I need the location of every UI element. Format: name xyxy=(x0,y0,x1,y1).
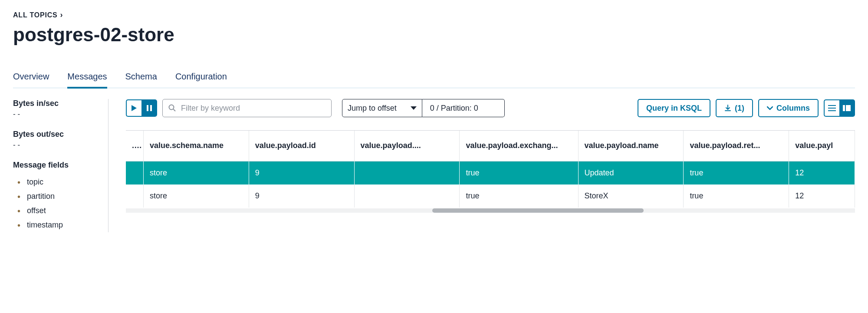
column-view-button[interactable] xyxy=(839,99,855,117)
pause-button[interactable] xyxy=(141,99,157,117)
toolbar: Jump to offset 0 / Partition: 0 Query in… xyxy=(126,99,855,117)
play-button[interactable] xyxy=(126,99,141,117)
cell xyxy=(354,185,460,208)
dropdown-label: Jump to offset xyxy=(348,104,397,113)
messages-table: ... value.schema.name value.payload.id v… xyxy=(126,131,855,208)
col-payload-exchange[interactable]: value.payload.exchang... xyxy=(460,131,578,161)
chevron-down-icon xyxy=(767,106,773,110)
list-view-button[interactable] xyxy=(824,99,839,117)
cell xyxy=(354,161,460,185)
cell: Updated xyxy=(578,161,684,185)
breadcrumb[interactable]: ALL TOPICS › xyxy=(13,10,855,20)
message-fields-list: topic partition offset timestamp xyxy=(13,175,95,232)
field-item-topic[interactable]: topic xyxy=(17,175,95,189)
columns-button[interactable]: Columns xyxy=(758,99,819,117)
col-payload-ret[interactable]: value.payload.ret... xyxy=(684,131,789,161)
field-item-partition[interactable]: partition xyxy=(17,189,95,204)
message-fields-title: Message fields xyxy=(13,161,95,170)
stat-bytes-out: Bytes out/sec - - xyxy=(13,130,95,149)
tabs: Overview Messages Schema Configuration xyxy=(13,72,855,89)
col-expand[interactable]: ... xyxy=(126,131,143,161)
svg-marker-0 xyxy=(132,105,137,111)
cell: 9 xyxy=(249,161,354,185)
sidebar: Bytes in/sec - - Bytes out/sec - - Messa… xyxy=(13,99,108,232)
svg-rect-1 xyxy=(147,105,148,111)
stat-bytes-in: Bytes in/sec - - xyxy=(13,99,95,119)
horizontal-scrollbar[interactable] xyxy=(126,208,855,213)
chevron-right-icon: › xyxy=(60,10,63,20)
cell: 12 xyxy=(789,161,855,185)
jump-to-offset-dropdown[interactable]: Jump to offset xyxy=(342,99,422,117)
view-toggle-group xyxy=(824,99,855,117)
svg-marker-5 xyxy=(411,106,417,110)
columns-label: Columns xyxy=(776,104,810,113)
jump-offset-group: Jump to offset 0 / Partition: 0 xyxy=(342,99,505,117)
tab-configuration[interactable]: Configuration xyxy=(175,72,227,89)
play-icon xyxy=(132,105,137,111)
button-label: Query in KSQL xyxy=(646,104,702,113)
download-count: (1) xyxy=(735,104,744,113)
page-title: postgres-02-store xyxy=(13,24,855,46)
cell xyxy=(126,185,143,208)
col-payload-trunc[interactable]: value.payload.... xyxy=(354,131,460,161)
svg-rect-9 xyxy=(843,105,845,111)
messages-table-wrap: ... value.schema.name value.payload.id v… xyxy=(126,130,855,213)
tab-messages[interactable]: Messages xyxy=(67,72,107,89)
col-schema-name[interactable]: value.schema.name xyxy=(143,131,249,161)
caret-down-icon xyxy=(411,106,417,110)
download-button[interactable]: (1) xyxy=(716,99,753,117)
pause-icon xyxy=(147,105,152,111)
cell: true xyxy=(460,185,578,208)
cell: true xyxy=(684,161,789,185)
stat-label: Bytes out/sec xyxy=(13,130,95,139)
cell xyxy=(126,161,143,185)
stat-value: - - xyxy=(13,141,95,149)
table-row[interactable]: store 9 true StoreX true 12 xyxy=(126,185,855,208)
stat-value: - - xyxy=(13,110,95,119)
col-payload-id[interactable]: value.payload.id xyxy=(249,131,354,161)
cell: StoreX xyxy=(578,185,684,208)
tab-schema[interactable]: Schema xyxy=(125,72,157,89)
play-pause-group xyxy=(126,99,157,117)
tab-overview[interactable]: Overview xyxy=(13,72,49,89)
columns-icon xyxy=(843,105,851,111)
col-payload-name[interactable]: value.payload.name xyxy=(578,131,684,161)
scrollbar-thumb[interactable] xyxy=(432,208,644,213)
svg-point-3 xyxy=(169,105,174,110)
field-item-timestamp[interactable]: timestamp xyxy=(17,218,95,232)
cell: store xyxy=(143,161,249,185)
download-icon xyxy=(724,105,731,112)
cell: store xyxy=(143,185,249,208)
list-icon xyxy=(828,105,836,111)
svg-line-4 xyxy=(174,109,176,112)
stat-label: Bytes in/sec xyxy=(13,99,95,108)
offset-partition-display[interactable]: 0 / Partition: 0 xyxy=(422,99,505,117)
breadcrumb-label: ALL TOPICS xyxy=(13,11,58,19)
field-item-offset[interactable]: offset xyxy=(17,204,95,218)
col-payload-more[interactable]: value.payl xyxy=(789,131,855,161)
table-header-row: ... value.schema.name value.payload.id v… xyxy=(126,131,855,161)
main-content: Jump to offset 0 / Partition: 0 Query in… xyxy=(126,99,855,232)
table-row[interactable]: store 9 true Updated true 12 xyxy=(126,161,855,185)
filter-search xyxy=(162,99,332,117)
cell: true xyxy=(460,161,578,185)
query-ksql-button[interactable]: Query in KSQL xyxy=(638,99,710,117)
search-icon xyxy=(168,104,176,112)
cell: 12 xyxy=(789,185,855,208)
svg-rect-10 xyxy=(846,105,851,111)
cell: true xyxy=(684,185,789,208)
cell: 9 xyxy=(249,185,354,208)
filter-input[interactable] xyxy=(162,99,332,117)
svg-rect-2 xyxy=(150,105,152,111)
